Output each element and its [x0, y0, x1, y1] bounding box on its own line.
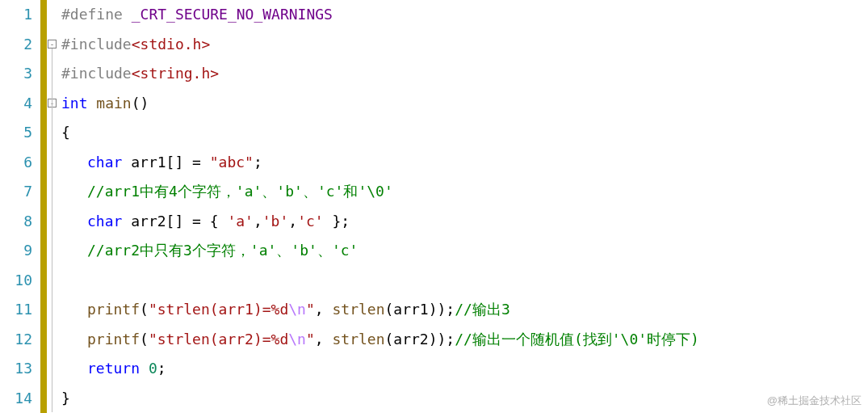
paren-token: ()	[132, 95, 149, 112]
ident-token: arr2[] = {	[131, 213, 227, 230]
code-line: //arr2中只有3个字符，'a'、'b'、'c'	[61, 236, 868, 266]
fold-guide-line	[52, 48, 52, 412]
line-number: 10	[0, 266, 32, 296]
comment-token: //输出3	[455, 301, 510, 318]
keyword-token: char	[87, 154, 122, 171]
string-token: "abc"	[210, 154, 254, 171]
code-line: int main()	[61, 89, 868, 119]
preproc-token: #include	[61, 65, 132, 82]
macro-token: _CRT_SECURE_NO_WARNINGS	[132, 6, 333, 23]
preproc-token: #define	[61, 6, 132, 23]
line-number: 8	[0, 207, 32, 237]
code-line: }	[61, 384, 868, 414]
comment-token: //输出一个随机值(找到'\0'时停下)	[455, 331, 699, 348]
code-line: printf("strlen(arr2)=%d\n", strlen(arr2)…	[61, 325, 868, 355]
change-margin	[40, 0, 47, 413]
escape-token: \n	[288, 301, 306, 318]
watermark-text: @稀土掘金技术社区	[767, 394, 862, 408]
code-line: #include<string.h>	[61, 59, 868, 89]
keyword-token: return	[87, 360, 140, 377]
code-line: char arr1[] = "abc";	[61, 148, 868, 178]
line-number: 3	[0, 59, 32, 89]
escape-token: \n	[288, 331, 306, 348]
code-line: return 0;	[61, 354, 868, 384]
brace-token: }	[61, 390, 70, 407]
code-line: #include<stdio.h>	[61, 30, 868, 60]
fold-column: - -	[47, 0, 58, 413]
line-number: 14	[0, 384, 32, 414]
keyword-token: int	[61, 95, 88, 112]
code-line	[61, 266, 868, 296]
code-line: #define _CRT_SECURE_NO_WARNINGS	[61, 0, 868, 30]
keyword-token: char	[87, 213, 122, 230]
header-token: <stdio.h>	[132, 36, 211, 53]
code-line: char arr2[] = { 'a','b','c' };	[61, 207, 868, 237]
line-number: 13	[0, 354, 32, 384]
code-editor[interactable]: #define _CRT_SECURE_NO_WARNINGS #include…	[58, 0, 868, 413]
line-number: 6	[0, 148, 32, 178]
number-token: 0	[149, 360, 157, 377]
header-token: <string.h>	[132, 65, 219, 82]
line-number: 7	[0, 177, 32, 207]
ident-token: arr1[] =	[131, 154, 210, 171]
preproc-token: #include	[61, 36, 132, 53]
line-number: 9	[0, 236, 32, 266]
line-number: 5	[0, 118, 32, 148]
func-token: printf	[87, 331, 140, 348]
line-number: 4	[0, 89, 32, 119]
code-line: //arr1中有4个字符，'a'、'b'、'c'和'\0'	[61, 177, 868, 207]
line-number: 1	[0, 0, 32, 30]
code-line: printf("strlen(arr1)=%d\n", strlen(arr1)…	[61, 295, 868, 325]
line-number: 11	[0, 295, 32, 325]
func-token: main	[96, 95, 131, 112]
comment-token: //arr2中只有3个字符，'a'、'b'、'c'	[87, 242, 358, 259]
line-number: 2	[0, 30, 32, 60]
code-line: {	[61, 118, 868, 148]
func-token: printf	[87, 301, 140, 318]
comment-token: //arr1中有4个字符，'a'、'b'、'c'和'\0'	[87, 183, 393, 200]
fold-toggle-icon[interactable]: -	[48, 40, 57, 48]
brace-token: {	[61, 124, 70, 141]
line-number: 12	[0, 325, 32, 355]
line-number-gutter: 1 2 3 4 5 6 7 8 9 10 11 12 13 14	[0, 0, 40, 413]
